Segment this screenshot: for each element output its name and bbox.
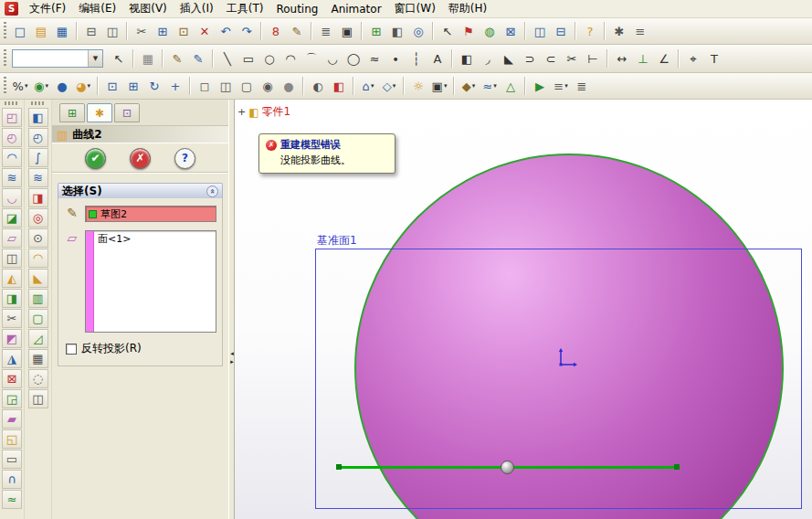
graphics-area[interactable]: 基准面1 + ◧ 零件1 ✗ 重建模型错误 bbox=[235, 100, 812, 519]
toolbar-grip[interactable] bbox=[4, 77, 6, 95]
3d-sketch-icon[interactable]: ✎ bbox=[188, 48, 208, 69]
standard-views-icon[interactable]: ◇▾ bbox=[379, 76, 399, 96]
zoom-to-area-icon[interactable]: ⊞ bbox=[123, 76, 143, 96]
circular-pattern-icon[interactable]: ◌ bbox=[28, 369, 48, 388]
web-toolbar-icon[interactable]: ◍ bbox=[480, 21, 500, 41]
extend-entities-icon[interactable]: ⊢ bbox=[583, 48, 603, 69]
hidden-lines-removed-icon[interactable]: ▢ bbox=[237, 76, 257, 96]
zoom-to-fit-icon[interactable]: ⊡ bbox=[102, 76, 122, 96]
dropdown-arrow-icon[interactable]: ▾ bbox=[493, 83, 497, 90]
menu-help[interactable]: 帮助(H) bbox=[442, 0, 493, 18]
view-orientation-home-icon[interactable]: ⌂▾ bbox=[358, 76, 378, 96]
composite-curve-icon[interactable]: ≈ bbox=[2, 490, 22, 509]
appearance-icon[interactable]: ◕▾ bbox=[73, 76, 93, 96]
new-document-icon[interactable]: □ bbox=[10, 21, 30, 41]
hide-show-items-icon[interactable]: ◎ bbox=[408, 21, 428, 41]
panel-splitter[interactable]: ◂ ▸ bbox=[228, 100, 235, 519]
splitter-collapse-left-icon[interactable]: ◂ bbox=[230, 351, 234, 357]
tab-configurations[interactable]: ⊡ bbox=[114, 103, 140, 122]
revolved-boss-icon[interactable]: ◴ bbox=[28, 128, 48, 147]
swept-boss-icon[interactable]: ∫ bbox=[28, 148, 48, 167]
chamfer-icon[interactable]: ◣ bbox=[28, 269, 48, 288]
select-pointer-icon[interactable]: ↖ bbox=[438, 21, 458, 41]
tab-feature-tree[interactable]: ⊞ bbox=[59, 103, 85, 122]
fillet-icon[interactable]: ◠ bbox=[28, 249, 48, 268]
menu-edit[interactable]: 编辑(E) bbox=[72, 0, 122, 18]
tab-property-manager[interactable]: ✱ bbox=[87, 103, 112, 122]
tree-expand-icon[interactable]: + bbox=[237, 106, 246, 118]
lofted-boss-icon[interactable]: ≋ bbox=[28, 168, 48, 187]
mirror-feature-icon[interactable]: ◫ bbox=[28, 389, 48, 408]
selection-group-header[interactable]: 选择(S) « bbox=[58, 183, 223, 198]
save-document-icon[interactable]: ▦ bbox=[52, 21, 72, 41]
apply-scene-icon[interactable]: ◉▾ bbox=[31, 76, 51, 96]
design-binder-icon[interactable]: ⚑ bbox=[459, 21, 479, 41]
corner-rectangle-icon[interactable]: ▭ bbox=[238, 48, 258, 69]
ruled-surface-icon[interactable]: ▰ bbox=[2, 409, 22, 429]
smart-dimension-icon[interactable]: ↔ bbox=[612, 48, 632, 69]
sketch-endpoint-icon[interactable] bbox=[674, 464, 680, 470]
sketch-selection-field[interactable]: 草图2 bbox=[85, 206, 216, 222]
extruded-cut-icon[interactable]: ◨ bbox=[28, 188, 48, 207]
menu-insert[interactable]: 插入(I) bbox=[174, 0, 220, 18]
undo-icon[interactable]: ↶ bbox=[216, 21, 236, 41]
planar-surface-icon[interactable]: ▱ bbox=[2, 228, 22, 248]
delete-face-icon[interactable]: ⊠ bbox=[2, 369, 22, 388]
options-icon[interactable]: ≡ bbox=[630, 21, 650, 41]
section-view-icon[interactable]: ◧ bbox=[329, 76, 349, 96]
knit-surface-icon[interactable]: ◨ bbox=[2, 289, 22, 308]
sketch-endpoint-icon[interactable] bbox=[336, 464, 342, 470]
selection-filter-icon[interactable]: ✱ bbox=[609, 21, 629, 41]
combobox-dropdown-icon[interactable]: ▼ bbox=[88, 50, 102, 67]
hidden-lines-visible-icon[interactable]: ◫ bbox=[216, 76, 236, 96]
face-list-item[interactable]: 面<1> bbox=[96, 232, 214, 246]
reference-geometry-icon[interactable]: ◆▾ bbox=[459, 76, 479, 96]
reverse-projection-label[interactable]: 反转投影(R) bbox=[81, 341, 142, 356]
reverse-projection-checkbox[interactable] bbox=[66, 344, 77, 355]
splitter-collapse-right-icon[interactable]: ▸ bbox=[230, 359, 234, 365]
redo-icon[interactable]: ↷ bbox=[237, 21, 257, 41]
curves-icon[interactable]: ≈▾ bbox=[480, 76, 500, 96]
delete-icon[interactable]: ✕ bbox=[195, 21, 215, 41]
toolbar-options-icon[interactable]: ≣ bbox=[572, 76, 592, 96]
convert-entities-icon[interactable]: ⊂ bbox=[541, 48, 561, 69]
menu-tools[interactable]: 工具(T) bbox=[220, 0, 270, 18]
ok-button[interactable]: ✔ bbox=[85, 148, 106, 169]
revolved-surface-icon[interactable]: ◴ bbox=[2, 128, 22, 147]
hole-wizard-icon[interactable]: ⊙ bbox=[28, 228, 48, 248]
help-icon[interactable]: ? bbox=[580, 21, 600, 41]
extruded-surface-icon[interactable]: ◰ bbox=[2, 108, 22, 127]
draft-icon[interactable]: ◿ bbox=[28, 329, 48, 348]
toolbar-grip[interactable] bbox=[5, 101, 19, 105]
screen-capture-icon[interactable]: ▣ bbox=[337, 21, 357, 41]
ellipse-icon[interactable]: ◯ bbox=[343, 48, 364, 69]
print-preview-icon[interactable]: ◫ bbox=[102, 21, 122, 41]
linear-pattern-icon[interactable]: ▦ bbox=[28, 349, 48, 368]
sketch-text-icon[interactable]: A bbox=[427, 48, 448, 69]
centerline-icon[interactable]: ┆ bbox=[406, 48, 427, 69]
offset-entities-icon[interactable]: ⊃ bbox=[520, 48, 540, 69]
help-button[interactable]: ? bbox=[174, 148, 195, 169]
part-name-label[interactable]: 零件1 bbox=[262, 104, 291, 120]
view-orientation-icon[interactable]: ⊞ bbox=[366, 21, 386, 41]
extruded-boss-icon[interactable]: ◧ bbox=[28, 108, 48, 127]
collapse-chevron-icon[interactable]: « bbox=[206, 185, 218, 197]
toolbar-combobox-input[interactable] bbox=[13, 50, 88, 67]
origin-triad-icon[interactable] bbox=[555, 348, 577, 370]
replace-face-icon[interactable]: ◲ bbox=[2, 389, 22, 408]
point-icon[interactable]: ∙ bbox=[385, 48, 406, 69]
trim-surface-icon[interactable]: ✂ bbox=[2, 309, 22, 328]
lofted-surface-icon[interactable]: ≋ bbox=[2, 168, 22, 187]
spline-icon[interactable]: ≈ bbox=[364, 48, 385, 69]
toolbar-grip[interactable] bbox=[4, 49, 6, 68]
datum-plane-outline[interactable] bbox=[315, 249, 802, 509]
print-icon[interactable]: ⊟ bbox=[81, 21, 101, 41]
filled-surface-icon[interactable]: ◪ bbox=[2, 208, 22, 228]
toolbar-grip[interactable] bbox=[4, 22, 6, 40]
face-selection-listbox[interactable]: 面<1> bbox=[85, 230, 216, 333]
camera-icon[interactable]: ▣▾ bbox=[429, 76, 449, 96]
instant3d-icon[interactable]: △ bbox=[501, 76, 521, 96]
copy-icon[interactable]: ⊞ bbox=[153, 21, 173, 41]
text-tool-icon[interactable]: T bbox=[704, 48, 724, 69]
centerpoint-arc-icon[interactable]: ◠ bbox=[280, 48, 301, 69]
